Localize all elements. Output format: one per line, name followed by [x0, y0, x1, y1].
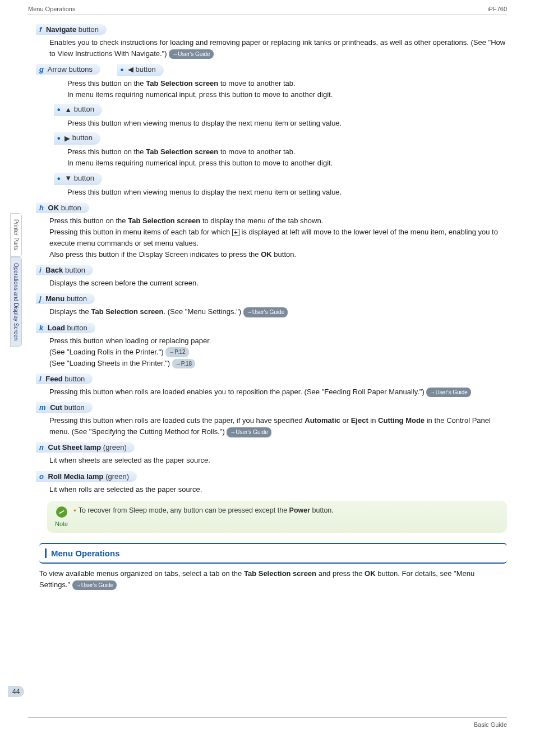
arrow-right-icon: ▶ [64, 134, 70, 142]
item-k-desc: Press this button when loading or replac… [49, 335, 507, 369]
item-letter: o [39, 472, 44, 481]
users-guide-badge[interactable]: →User's Guide [243, 307, 288, 317]
sub-left-desc: Press this button on the Tab Selection s… [67, 78, 507, 100]
item-o-label: o Roll Media lamp (green) [36, 471, 137, 482]
item-m-label: m Cut button [36, 402, 93, 413]
item-letter: m [39, 403, 46, 412]
item-letter: i [39, 266, 41, 274]
note-box: Note •To recover from Sleep mode, any bu… [47, 501, 507, 533]
sub-down-desc: Press this button when viewing menus to … [67, 187, 507, 198]
item-n-label: n Cut Sheet lamp (green) [36, 442, 135, 453]
bullet-icon: • [121, 65, 124, 75]
item-l-label: l Feed button [36, 374, 93, 384]
item-letter: h [39, 204, 44, 212]
note-icon [56, 506, 67, 518]
sub-right-label: • ▶ button [54, 132, 100, 145]
item-g-label: g Arrow buttons [36, 64, 100, 75]
sub-up-desc: Press this button when viewing menus to … [67, 118, 507, 129]
item-i-desc: Displays the screen before the current s… [49, 278, 507, 289]
bullet-icon: • [57, 105, 61, 114]
item-i-label: i Back button [36, 265, 93, 275]
sub-up-label: • ▲ button [54, 104, 102, 116]
item-f-label: f Navigate button [36, 24, 107, 35]
sub-left-label: • ◀ button [117, 64, 164, 76]
item-letter: n [39, 443, 44, 451]
side-tab-printer-parts[interactable]: Printer Parts [10, 213, 22, 257]
page-ref-badge[interactable]: →P.12 [165, 347, 188, 357]
side-tab-ops-display[interactable]: Operations and Display Screen [10, 257, 22, 347]
sub-down-label: • ▼ button [54, 173, 102, 185]
item-letter: g [39, 65, 44, 73]
header-left: Menu Operations [28, 6, 75, 12]
item-title-rest: Arrow buttons [48, 65, 93, 73]
section-title: Menu Operations [45, 548, 501, 558]
item-title-bold: Navigate [46, 25, 76, 34]
item-l-desc: Pressing this button when rolls are load… [49, 386, 507, 398]
header-right: iPF760 [487, 6, 507, 12]
section-header: Menu Operations [39, 543, 507, 564]
item-letter: j [39, 294, 41, 303]
users-guide-badge[interactable]: →User's Guide [227, 427, 271, 437]
item-m-desc: Pressing this button when rolls are load… [49, 415, 507, 437]
item-j-label: j Menu button [36, 293, 95, 304]
arrow-left-icon: ◀ [128, 65, 133, 73]
item-n-desc: Lit when sheets are selected as the pape… [49, 455, 507, 466]
sub-right-desc: Press this button on the Tab Selection s… [67, 146, 507, 169]
item-j-desc: Displays the Tab Selection screen. (See … [49, 306, 507, 317]
note-text: •To recover from Sleep mode, any button … [73, 506, 334, 514]
users-guide-badge[interactable]: →User's Guide [169, 49, 214, 59]
plus-icon: + [232, 229, 239, 236]
item-f-desc: Enables you to check instructions for lo… [49, 37, 507, 59]
item-letter: f [39, 25, 41, 34]
arrow-up-icon: ▲ [64, 105, 72, 114]
arrow-down-icon: ▼ [64, 174, 72, 182]
section-body: To view available menus organized on tab… [39, 568, 507, 591]
page-number: 44 [8, 686, 24, 697]
item-h-desc: Press this button on the Tab Selection s… [49, 215, 507, 261]
users-guide-badge[interactable]: →User's Guide [72, 580, 117, 591]
item-letter: l [39, 375, 41, 383]
note-label: Note [55, 520, 68, 527]
bullet-icon: • [57, 174, 61, 183]
users-guide-badge[interactable]: →User's Guide [426, 388, 471, 398]
footer-text: Basic Guide [28, 717, 507, 728]
page-ref-badge[interactable]: →P.18 [172, 359, 195, 369]
item-letter: k [39, 324, 43, 332]
item-h-label: h OK button [36, 202, 89, 213]
item-title-rest: button [76, 25, 99, 34]
side-tabs: Printer Parts Operations and Display Scr… [10, 213, 22, 347]
item-k-label: k Load button [36, 322, 95, 333]
item-o-desc: Lit when rolls are selected as the paper… [49, 484, 507, 495]
bullet-icon: • [57, 133, 61, 143]
